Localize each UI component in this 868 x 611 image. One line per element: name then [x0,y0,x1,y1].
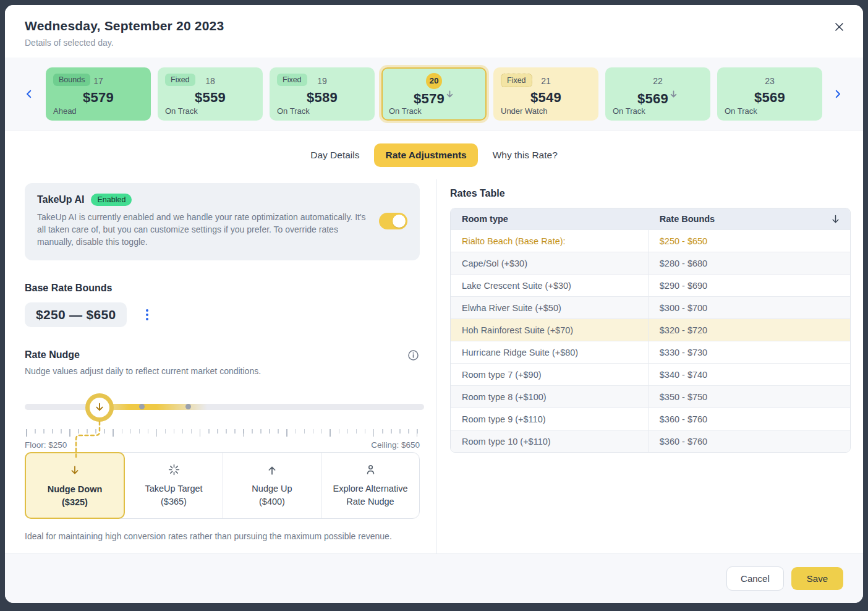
modal-content: TakeUp AI Enabled TakeUp AI is currently… [5,179,863,553]
table-row[interactable]: Elwha River Suite (+$50) $300 - $700 [451,296,850,318]
kebab-menu-icon[interactable] [143,307,151,323]
carousel-prev-button[interactable] [19,88,40,100]
rates-table: Room type Rate Bounds Rialto Beach (Base… [450,208,851,453]
slider-marker-dot [139,404,145,409]
modal-header: Wednesday, September 20 2023 Details of … [5,5,863,58]
chevron-left-icon [23,88,35,100]
option-sublabel: ($325) [31,496,119,509]
status-label: On Track [613,106,645,116]
enabled-badge: Enabled [91,194,132,206]
option-sublabel: ($400) [228,495,316,508]
rate-adjustments-panel: TakeUp AI Enabled TakeUp AI is currently… [5,179,437,553]
chevron-right-icon [832,88,843,100]
slider-marker-dot [185,404,191,409]
carousel-next-button[interactable] [827,88,848,100]
toggle-knob [393,215,406,228]
nudge-caption: Ideal for maintaining high conversion ra… [25,531,420,541]
nudge-option-group: Nudge Down ($325) TakeUp Target ($365) [25,452,420,519]
fixed-badge: Fixed [277,74,307,86]
slider-track[interactable] [25,404,424,410]
option-label: Nudge Down [31,483,119,496]
fixed-badge: Fixed [165,74,195,86]
option-label: TakeUp Target [130,482,218,495]
bounds-badge: Bounds [53,74,90,86]
table-row-base-rate[interactable]: Rialto Beach (Base Rate): $250 - $650 [451,229,850,252]
table-row[interactable]: Room type 7 (+$90) $340 - $740 [451,363,850,385]
day-number: 22 [653,76,663,86]
nudge-up-option[interactable]: Nudge Up ($400) [223,453,321,518]
nudge-down-icon [93,401,106,414]
takeup-ai-description: TakeUp AI is currently enabled and we ha… [37,212,369,249]
table-row[interactable]: Lake Crescent Suite (+$30) $290 - $690 [451,274,850,296]
column-header-rate-bounds: Rate Bounds [660,214,715,224]
column-header-room-type: Room type [451,214,649,224]
day-price: $559 [195,90,226,105]
fixed-badge: Fixed [501,74,532,87]
floor-label: Floor: $250 [25,440,67,450]
option-label: Nudge Up [228,482,316,495]
day-number: 18 [205,76,215,86]
status-label: On Track [165,106,198,116]
tab-rate-adjustments[interactable]: Rate Adjustments [374,143,477,167]
table-row[interactable]: Cape/Sol (+$30) $280 - $680 [451,252,850,274]
base-rate-bounds-value: $250 — $650 [25,302,127,327]
option-sublabel: Rate Nudge [326,495,414,508]
cancel-button[interactable]: Cancel [726,566,784,591]
table-row[interactable]: Hurricane Ridge Suite (+$80) $330 - $730 [451,341,850,363]
nudge-down-option[interactable]: Nudge Down ($325) [25,452,125,519]
save-button[interactable]: Save [791,567,843,590]
rate-nudge-area: Floor: $250 Ceiling: $650 Nudge Down ($3… [25,394,420,541]
slider-handle[interactable] [85,393,114,422]
ceiling-label: Ceiling: $650 [371,440,420,450]
price-trend-down-icon [445,90,454,101]
status-label: On Track [277,106,310,116]
rate-nudge-heading: Rate Nudge [25,349,80,361]
table-row[interactable]: Room type 8 (+$100) $350 - $750 [451,385,850,408]
explore-alternative-option[interactable]: Explore Alternative Rate Nudge [321,453,419,518]
day-details-modal: Wednesday, September 20 2023 Details of … [5,5,863,603]
day-number: 19 [317,76,327,86]
day-card-20-selected[interactable]: 20 $579 On Track [381,67,487,121]
day-price: $579 [83,90,114,105]
table-row-highlighted[interactable]: Hoh Rainforest Suite (+$70) $320 - $720 [451,318,850,341]
status-label: Ahead [53,106,77,116]
slider-tick-ruler [25,429,420,437]
day-card-17[interactable]: Bounds 17 $579 Ahead [46,67,151,121]
day-price: $589 [307,90,338,105]
day-carousel: Bounds 17 $579 Ahead Fixed 18 $559 On Tr… [5,58,863,130]
day-price: $549 [530,90,561,105]
modal-footer: Cancel Save [5,553,863,603]
day-number: 17 [93,76,103,86]
day-price: $569 [637,91,668,106]
day-card-22[interactable]: 22 $569 On Track [605,67,710,121]
page-title: Wednesday, September 20 2023 [25,19,843,33]
table-row[interactable]: Room type 10 (+$110) $360 - $760 [451,430,850,452]
info-icon[interactable] [407,349,420,362]
price-trend-down-icon [669,90,678,101]
day-price: $569 [754,90,785,105]
selected-day-badge: 20 [426,73,442,89]
takeup-ai-toggle[interactable] [379,213,407,229]
table-row[interactable]: Room type 9 (+$110) $360 - $760 [451,408,850,430]
sort-down-icon[interactable] [830,213,841,225]
day-card-19[interactable]: Fixed 19 $589 On Track [270,67,375,121]
tab-day-details[interactable]: Day Details [299,143,370,167]
page-subtitle: Details of selected day. [25,38,843,48]
day-card-21[interactable]: Fixed 21 $549 Under Watch [493,67,598,121]
takeup-ai-title: TakeUp AI [37,194,84,205]
day-card-list: Bounds 17 $579 Ahead Fixed 18 $559 On Tr… [46,67,822,121]
status-label: Under Watch [501,106,547,116]
base-rate-bounds-heading: Base Rate Bounds [25,283,420,294]
table-header-row: Room type Rate Bounds [451,208,850,229]
rates-table-panel: Rates Table Room type Rate Bounds Rialto… [437,179,863,553]
takeup-target-option[interactable]: TakeUp Target ($365) [125,453,223,518]
day-number: 23 [765,76,775,86]
day-card-23[interactable]: 23 $569 On Track [717,67,822,121]
person-icon [326,462,414,478]
rate-nudge-slider [25,394,420,422]
close-button[interactable] [830,17,848,36]
takeup-ai-panel: TakeUp AI Enabled TakeUp AI is currently… [25,183,420,260]
day-card-18[interactable]: Fixed 18 $559 On Track [158,67,263,121]
burst-icon [130,462,218,478]
tab-why-this-rate[interactable]: Why this Rate? [482,143,569,167]
